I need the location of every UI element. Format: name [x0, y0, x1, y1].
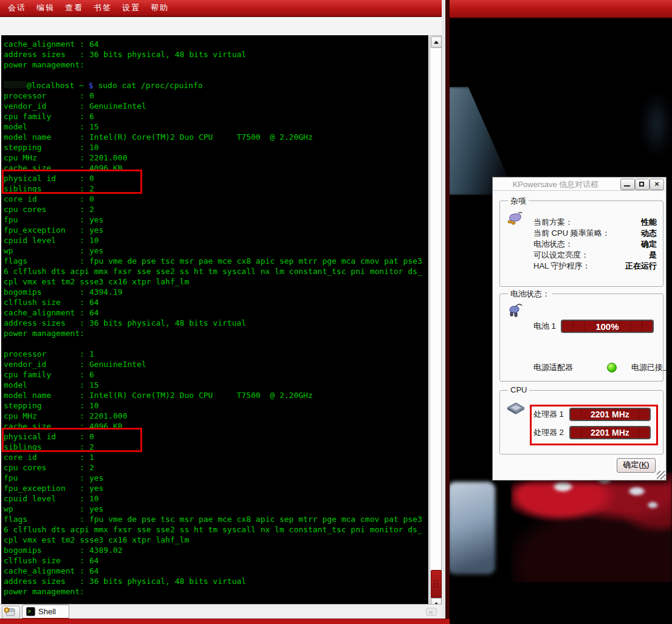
svg-text:>: >	[28, 609, 31, 614]
terminal-line: fpu_exception : yes	[4, 483, 422, 493]
green-led-icon	[607, 363, 617, 372]
misc-row-value: 正在运行	[625, 261, 657, 272]
cpu-chip-icon	[506, 402, 526, 416]
processor-highlight-box	[530, 405, 658, 445]
misc-row-1: 当前 CPU 频率策略：动态	[533, 228, 657, 239]
ok-button[interactable]: 确定(K)	[617, 458, 656, 473]
terminal-line: wp : yes	[4, 504, 422, 514]
terminal-line: cpu cores : 2	[4, 204, 422, 214]
shell-terminal-icon: >	[26, 607, 35, 616]
terminal-line: cpl vmx est tm2 ssse3 cx16 xtpr lahf_lm	[4, 276, 422, 287]
misc-rows: 当前方案：性能当前 CPU 频率策略：动态电池状态：确定可以设定亮度：是HAL …	[533, 217, 657, 272]
menu-item-4[interactable]: 设置	[122, 2, 140, 13]
battery-legend: 电池状态：	[508, 289, 552, 300]
terminal-line: stepping : 10	[4, 142, 422, 153]
cpu-groupbox: CPU 处理器 12201 MHz处理器 22201 MHz	[499, 390, 663, 454]
close-session-icon	[424, 606, 439, 617]
desktop-top-red-strip	[450, 0, 672, 18]
close-icon: ×	[650, 179, 663, 189]
menu-item-1[interactable]: 编辑	[36, 2, 55, 13]
battery-plug-icon	[507, 303, 523, 318]
tab-shell-label: Shell	[38, 607, 56, 616]
misc-groupbox: 杂项 当前方案：性能当前 CPU 频率策略：动态电池状态：确定可以设定亮度：是H…	[499, 201, 663, 287]
terminal-line: address sizes : 36 bits physical, 48 bit…	[4, 49, 422, 60]
misc-row-0: 当前方案：性能	[533, 217, 657, 228]
misc-row-label: 可以设定亮度：	[533, 250, 589, 261]
scroll-up-button[interactable]	[431, 36, 442, 48]
terminal-line: cpu MHz : 2201.000	[4, 411, 422, 421]
terminal-scrollbar[interactable]	[430, 35, 442, 620]
cpu-mhz-highlight-2	[2, 428, 142, 452]
terminal-line: cpu family : 6	[4, 369, 422, 380]
battery-label: 电池 1	[533, 321, 556, 332]
terminal-line: vendor_id : GenuineIntel	[4, 101, 422, 111]
terminal-line: fpu : yes	[4, 473, 422, 483]
terminal-line: vendor_id : GenuineIntel	[4, 359, 422, 369]
wallpaper-blue-patch-right	[641, 91, 672, 158]
maximize-button[interactable]	[635, 179, 650, 190]
terminal-line: model : 15	[4, 380, 422, 390]
terminal-line: stepping : 10	[4, 400, 422, 411]
terminal-line: model name : Intel(R) Core(TM)2 Duo CPU …	[4, 390, 422, 400]
terminal-line: address sizes : 36 bits physical, 48 bit…	[4, 318, 422, 328]
terminal-line: cpu cores : 2	[4, 462, 422, 473]
battery-progressbar: 100%	[561, 320, 654, 333]
menu-item-2[interactable]: 查看	[65, 2, 83, 13]
terminal-line: cpl vmx est tm2 ssse3 cx16 xtpr lahf_lm	[4, 535, 422, 545]
terminal-line: cache_alignment : 64	[4, 39, 422, 49]
terminal-line: cache_alignment : 64	[4, 566, 422, 576]
tab-shell[interactable]: > Shell	[22, 605, 69, 620]
terminal-line: bogomips : 4394.19	[4, 287, 422, 297]
terminal-line: fpu_exception : yes	[4, 225, 422, 235]
terminal-line: wp : yes	[4, 245, 422, 256]
terminal-line: core id : 0	[4, 194, 422, 204]
new-session-icon	[2, 606, 18, 617]
terminal-frame: cache_alignment : 64address sizes : 36 b…	[0, 17, 442, 604]
close-session-button[interactable]	[424, 606, 440, 618]
dialog-titlebar[interactable]: KPowersave 信息对话框 ×	[493, 177, 666, 191]
misc-row-4: HAL 守护程序：正在运行	[533, 261, 657, 272]
adapter-label: 电源适配器	[533, 362, 573, 373]
menu-item-5[interactable]: 帮助	[151, 2, 169, 13]
misc-row-value: 确定	[641, 239, 657, 250]
terminal-line: clflush size : 64	[4, 297, 422, 307]
terminal-line: cache_alignment : 64	[4, 307, 422, 318]
terminal-line: model : 15	[4, 122, 422, 132]
adapter-row: 电源适配器 电源已接上	[533, 362, 671, 373]
terminal-line: @localhost ~ $ sudo cat /proc/cpuinfo	[4, 80, 422, 91]
resize-grip[interactable]	[657, 471, 665, 479]
minimize-button[interactable]	[620, 179, 635, 190]
misc-row-3: 可以设定亮度：是	[533, 250, 657, 261]
kpowersave-dialog: KPowersave 信息对话框 × 杂项 当前方案：性能当前 CPU 频率策略…	[492, 177, 667, 481]
terminal-line: fpu : yes	[4, 214, 422, 225]
terminal-line: power management:	[4, 60, 422, 70]
misc-row-2: 电池状态：确定	[533, 239, 657, 250]
misc-row-label: 电池状态：	[533, 239, 573, 250]
misc-row-value: 是	[649, 250, 657, 261]
misc-row-label: 当前方案：	[533, 217, 573, 228]
wallpaper-red-fabric	[512, 473, 672, 588]
terminal-line: model name : Intel(R) Core(TM)2 Duo CPU …	[4, 132, 422, 142]
terminal-menubar: 会话编辑查看书签设置帮助	[0, 0, 442, 17]
close-button[interactable]: ×	[650, 179, 664, 190]
maximize-icon	[639, 182, 644, 187]
terminal-line: cpuid level : 10	[4, 235, 422, 245]
scrollbar-thumb[interactable]	[431, 570, 442, 598]
terminal-screen[interactable]: cache_alignment : 64address sizes : 36 b…	[1, 35, 428, 620]
misc-row-label: 当前 CPU 频率策略：	[533, 228, 610, 239]
terminal-tabbar: > Shell	[0, 604, 442, 619]
adapter-status: 电源已接上	[631, 362, 671, 373]
terminal-line: cpuid level : 10	[4, 493, 422, 504]
ok-label-close: )	[646, 460, 649, 469]
terminal-line: cpu MHz : 2201.000	[4, 153, 422, 163]
new-session-button[interactable]	[2, 606, 20, 619]
arrow-up-icon	[434, 41, 439, 44]
terminal-line: processor : 1	[4, 349, 422, 359]
terminal-line: power management:	[4, 586, 422, 597]
terminal-line: processor : 0	[4, 91, 422, 101]
terminal-line: 6 clflush dts acpi mmx fxsr sse sse2 ss …	[4, 524, 422, 535]
battery-percent: 100%	[595, 321, 619, 332]
terminal-line	[4, 70, 422, 80]
menu-item-0[interactable]: 会话	[8, 2, 26, 13]
menu-item-3[interactable]: 书签	[94, 2, 112, 13]
